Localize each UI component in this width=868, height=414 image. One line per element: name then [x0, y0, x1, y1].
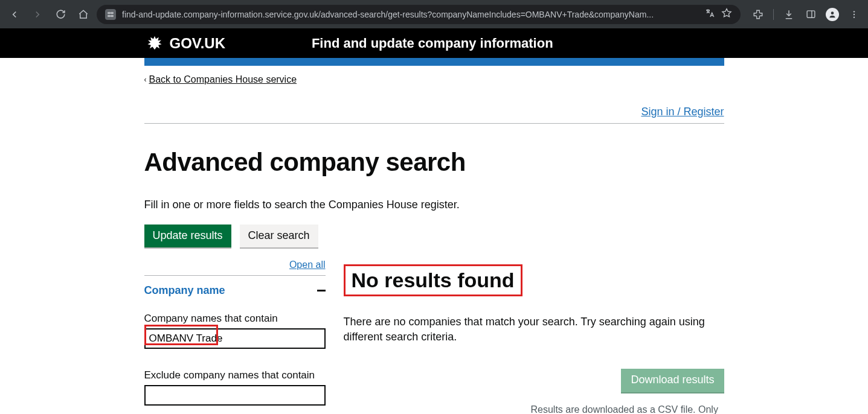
- clear-search-button[interactable]: Clear search: [240, 225, 318, 247]
- signin-link[interactable]: Sign in / Register: [641, 106, 724, 118]
- results-heading-highlight: No results found: [344, 264, 522, 296]
- back-link[interactable]: ‹ Back to Companies House service: [144, 74, 724, 85]
- translate-icon[interactable]: [704, 8, 715, 21]
- svg-rect-2: [108, 15, 110, 16]
- svg-rect-3: [111, 15, 113, 16]
- home-button[interactable]: [74, 5, 93, 24]
- govuk-text: GOV.UK: [170, 35, 225, 52]
- intro-text: Fill in one or more fields to search the…: [144, 199, 724, 211]
- govuk-logo[interactable]: GOV.UK: [144, 35, 225, 52]
- svg-rect-4: [807, 11, 815, 18]
- minus-icon: [317, 290, 326, 291]
- svg-point-9: [854, 16, 855, 18]
- panel-icon[interactable]: [802, 5, 820, 24]
- chevron-left-icon: ‹: [144, 75, 147, 84]
- site-settings-icon[interactable]: [105, 9, 116, 20]
- svg-rect-1: [111, 12, 113, 13]
- reload-button[interactable]: [51, 5, 70, 24]
- svg-rect-0: [108, 12, 110, 13]
- govuk-header: GOV.UK Find and update company informati…: [0, 28, 868, 58]
- download-results-button[interactable]: Download results: [621, 369, 724, 392]
- accordion-label: Company name: [144, 284, 225, 297]
- chrome-right-icons: [749, 5, 863, 24]
- back-link-text[interactable]: Back to Companies House service: [149, 74, 297, 85]
- kebab-menu-icon[interactable]: [845, 5, 863, 24]
- exclude-label: Exclude company names that contain: [144, 369, 326, 381]
- bookmark-star-icon[interactable]: [721, 8, 732, 21]
- downloads-icon[interactable]: [780, 5, 798, 24]
- company-name-contains-input[interactable]: [144, 328, 326, 349]
- profile-avatar[interactable]: [823, 5, 841, 24]
- download-note: Results are downloaded as a CSV file. On…: [531, 403, 724, 414]
- svg-point-6: [831, 11, 834, 14]
- results-body: There are no companies that match your s…: [344, 314, 724, 345]
- crown-icon: [144, 35, 165, 52]
- update-results-button[interactable]: Update results: [144, 225, 231, 247]
- extensions-icon[interactable]: [749, 5, 767, 24]
- contain-label: Company names that contain: [144, 313, 326, 325]
- filters-sidebar: Open all Company name Company names that…: [144, 252, 326, 406]
- browser-chrome: find-and-update.company-information.serv…: [0, 0, 868, 28]
- address-bar[interactable]: find-and-update.company-information.serv…: [97, 5, 741, 24]
- company-name-excludes-input[interactable]: [144, 385, 326, 406]
- open-all-link[interactable]: Open all: [289, 260, 326, 270]
- accordion-company-name[interactable]: Company name: [144, 276, 326, 303]
- button-row: Update results Clear search: [144, 225, 724, 247]
- divider: [773, 9, 774, 20]
- blue-bar: [144, 58, 724, 66]
- svg-point-7: [854, 11, 855, 12]
- signin-row: Sign in / Register: [144, 106, 724, 124]
- results-heading: No results found: [352, 269, 515, 292]
- url-text: find-and-update.company-information.serv…: [122, 10, 698, 19]
- results-panel: No results found There are no companies …: [344, 252, 724, 414]
- service-name[interactable]: Find and update company information: [225, 36, 640, 51]
- page-scroll-area[interactable]: GOV.UK Find and update company informati…: [0, 28, 868, 414]
- page-title: Advanced company search: [144, 148, 724, 177]
- svg-point-8: [854, 13, 855, 14]
- back-button[interactable]: [5, 5, 24, 24]
- forward-button[interactable]: [28, 5, 47, 24]
